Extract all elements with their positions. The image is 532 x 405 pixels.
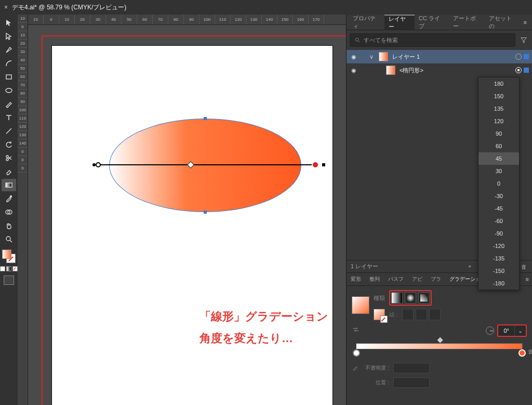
angle-option[interactable]: -150 — [478, 265, 519, 277]
angle-option[interactable]: 0 — [478, 177, 519, 190]
tab-align[interactable]: 整列 — [365, 273, 384, 285]
gradient-stop-start[interactable] — [353, 349, 360, 357]
angle-option[interactable]: 60 — [478, 140, 519, 152]
gradient-mode[interactable] — [6, 266, 11, 271]
locate-object-icon[interactable]: ⌖ — [466, 263, 474, 271]
angle-option[interactable]: 150 — [478, 90, 519, 102]
gradient-ramp[interactable] — [356, 343, 523, 349]
gradient-midpoint-diamond[interactable] — [437, 337, 443, 343]
layer-count: 1 レイヤー — [351, 263, 378, 270]
angle-option[interactable]: -90 — [478, 227, 519, 240]
gradient-preview-swatch[interactable] — [352, 296, 369, 314]
stroke-across-button[interactable] — [429, 309, 441, 320]
rectangle-tool[interactable] — [2, 71, 16, 83]
panel-menu-icon[interactable]: ≡ — [521, 19, 530, 25]
close-tab-icon[interactable]: × — [4, 4, 8, 11]
target-icon[interactable] — [515, 67, 522, 73]
ellipse-tool[interactable] — [2, 84, 16, 97]
screen-mode-button[interactable] — [4, 276, 14, 285]
delete-layer-icon[interactable]: 🗑 — [520, 263, 528, 271]
artboard[interactable]: 「線形」グラデーション 角度を変えたり… — [52, 46, 332, 405]
linear-gradient-button[interactable] — [391, 292, 403, 304]
fill-swatch[interactable] — [2, 250, 11, 259]
selection-tool[interactable] — [2, 17, 16, 29]
gradient-end-handle[interactable] — [322, 163, 325, 166]
shape-builder-tool[interactable] — [2, 206, 16, 218]
freeform-gradient-button[interactable] — [418, 292, 430, 304]
layer-name[interactable]: <楕円形> — [397, 67, 513, 74]
gradient-tool[interactable] — [2, 179, 16, 191]
solid-color-mode[interactable] — [0, 266, 5, 271]
tab-asset-export[interactable]: アセットの — [485, 15, 521, 30]
selection-indicator[interactable] — [524, 54, 529, 59]
gradient-start-stop[interactable] — [96, 162, 101, 167]
disclosure-arrow[interactable]: ∨ — [369, 54, 377, 60]
eraser-tool[interactable] — [2, 165, 16, 178]
reverse-gradient-icon[interactable] — [352, 325, 362, 336]
zoom-tool[interactable] — [2, 233, 16, 245]
tab-layers[interactable]: レイヤー — [384, 15, 415, 30]
tab-artboards[interactable]: アートボー — [449, 15, 485, 30]
angle-option[interactable]: -120 — [478, 240, 519, 252]
visibility-toggle[interactable]: ◉ — [350, 54, 358, 60]
delete-stop-icon[interactable]: 🗑 — [528, 348, 532, 356]
tab-brushes[interactable]: ブラ — [427, 273, 445, 285]
angle-option[interactable]: -45 — [478, 202, 519, 215]
fill-stroke-control[interactable] — [2, 250, 16, 263]
layer-row-2[interactable]: ◉ <楕円形> — [347, 63, 532, 77]
gradient-annotator-line[interactable] — [98, 164, 316, 165]
tab-appearance[interactable]: アピ — [408, 273, 427, 285]
radial-gradient-button[interactable] — [405, 292, 416, 304]
tab-cc-libraries[interactable]: CC ライブ — [415, 15, 449, 30]
stroke-along-button[interactable] — [416, 309, 427, 320]
scissors-tool[interactable] — [2, 152, 16, 164]
angle-option[interactable]: -135 — [478, 252, 519, 265]
angle-option[interactable]: -60 — [478, 215, 519, 227]
opacity-dropdown[interactable] — [393, 363, 430, 373]
angle-dropdown-toggle[interactable]: ⌄ — [514, 325, 526, 336]
anchor-top[interactable] — [204, 117, 207, 120]
layer-name[interactable]: レイヤー 1 — [390, 53, 513, 61]
fill-stroke-mini[interactable] — [374, 309, 385, 320]
filter-icon[interactable] — [518, 35, 529, 45]
layer-search-input[interactable]: すべてを検索 — [350, 33, 515, 47]
tab-properties[interactable]: プロパティ — [349, 15, 384, 30]
gradient-slider[interactable]: 🗑 — [353, 343, 526, 359]
pen-tool[interactable] — [2, 44, 16, 56]
angle-option[interactable]: 90 — [478, 127, 519, 140]
tab-transform[interactable]: 変形 — [347, 273, 365, 285]
eyedropper-tool[interactable] — [2, 192, 16, 205]
selection-indicator[interactable] — [524, 68, 529, 73]
angle-option[interactable]: 180 — [478, 77, 519, 90]
ellipse-object[interactable] — [109, 119, 301, 212]
gradient-stop-end[interactable] — [518, 349, 526, 357]
angle-option[interactable]: -180 — [478, 277, 519, 290]
visibility-toggle[interactable]: ◉ — [350, 67, 358, 74]
stroke-within-button[interactable] — [402, 309, 414, 320]
rotate-tool[interactable] — [2, 138, 16, 151]
angle-option[interactable]: -30 — [478, 190, 519, 202]
target-icon[interactable] — [515, 54, 522, 60]
paintbrush-tool[interactable] — [2, 98, 16, 110]
none-mode[interactable] — [12, 266, 18, 271]
anchor-bottom[interactable] — [204, 211, 207, 214]
type-tool[interactable] — [2, 111, 16, 124]
angle-option[interactable]: 30 — [478, 165, 519, 177]
direct-selection-tool[interactable] — [2, 30, 16, 43]
gradient-end-stop[interactable] — [312, 161, 319, 168]
gradient-panel-menu-icon[interactable]: ≡ — [523, 276, 532, 282]
angle-dropdown-menu[interactable]: 180 150 135 120 90 60 45 30 0 -30 -45 -6… — [478, 77, 520, 290]
hand-tool[interactable] — [2, 219, 16, 232]
angle-option[interactable]: 135 — [478, 102, 519, 115]
angle-input[interactable]: 0° ⌄ — [497, 324, 527, 337]
angle-option[interactable]: 120 — [478, 115, 519, 127]
angle-option[interactable]: 45 — [478, 152, 519, 165]
layer-row-1[interactable]: ◉ ∨ レイヤー 1 — [347, 50, 532, 63]
line-tool[interactable] — [2, 125, 16, 137]
stop-color-picker-icon[interactable] — [352, 364, 360, 372]
tab-pathfinder[interactable]: パスフ — [384, 273, 408, 285]
curvature-tool[interactable] — [2, 57, 16, 70]
annotation-line1: 「線形」グラデーション — [200, 306, 328, 328]
location-dropdown[interactable] — [393, 377, 430, 388]
canvas[interactable]: 「線形」グラデーション 角度を変えたり… — [28, 25, 346, 405]
